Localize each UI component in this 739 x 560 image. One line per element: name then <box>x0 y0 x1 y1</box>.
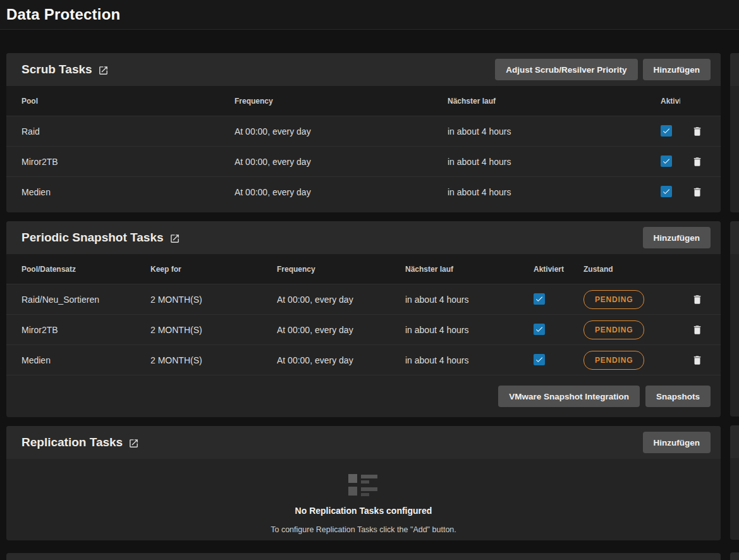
scrub-row-next-run: in about 4 hours <box>448 187 661 197</box>
table-row[interactable]: Raid/Neu_Sortieren 2 MONTH(S) At 00:00, … <box>6 284 721 314</box>
periodic-snapshot-tasks-card: Periodic Snapshot Tasks Hinzufügen Pool/… <box>6 221 721 417</box>
enabled-checkbox[interactable] <box>661 125 672 137</box>
open-in-new-icon[interactable] <box>169 233 180 244</box>
empty-tasks-icon <box>348 473 379 498</box>
snap-row-dataset: Medien <box>21 355 150 365</box>
open-in-new-icon[interactable] <box>128 438 139 449</box>
scrub-row-frequency: At 00:00, every day <box>235 187 448 197</box>
trash-icon <box>692 324 703 336</box>
scrub-col-next-run: Nächster lauf <box>448 97 661 106</box>
snap-col-keep: Keep for <box>150 265 277 274</box>
scrub-col-frequency: Frequency <box>235 97 448 106</box>
page-title: Data Protection <box>6 6 120 23</box>
scrub-row-frequency: At 00:00, every day <box>235 157 448 167</box>
snap-col-dataset: Pool/Datensatz <box>21 265 150 274</box>
delete-button[interactable] <box>690 353 704 368</box>
snap-row-keep: 2 MONTH(S) <box>150 355 277 365</box>
snap-row-frequency: At 00:00, every day <box>277 355 405 365</box>
empty-state-title: No Replication Tasks configured <box>295 506 432 516</box>
delete-button[interactable] <box>690 292 704 307</box>
scrub-col-enabled: Aktiviert <box>661 97 680 106</box>
table-row[interactable]: Medien 2 MONTH(S) At 00:00, every day in… <box>6 344 721 375</box>
delete-button[interactable] <box>690 185 704 200</box>
snapshot-card-title-link[interactable]: Periodic Snapshot Tasks <box>21 231 180 245</box>
enabled-checkbox[interactable] <box>661 186 672 197</box>
snap-row-next-run: in about 4 hours <box>405 355 534 365</box>
snapshot-header-actions: Hinzufügen <box>643 227 711 248</box>
scrub-row-next-run: in about 4 hours <box>448 126 661 137</box>
clipped-card-right-4 <box>730 552 739 560</box>
page-header: Data Protection <box>0 0 739 30</box>
table-row[interactable]: Raid At 00:00, every day in about 4 hour… <box>6 116 721 146</box>
scrub-card-title-link[interactable]: Scrub Tasks <box>21 63 109 76</box>
clipped-card-right-3 <box>730 425 739 540</box>
enabled-checkbox[interactable] <box>661 155 672 167</box>
trash-icon <box>692 155 703 168</box>
scrub-header-actions: Adjust Scrub/Resilver Priority Hinzufüge… <box>495 59 711 80</box>
delete-button[interactable] <box>690 154 704 169</box>
snap-row-next-run: in about 4 hours <box>405 325 534 335</box>
card-bottom-padding <box>6 207 721 212</box>
snapshot-card-header: Periodic Snapshot Tasks Hinzufügen <box>6 221 721 254</box>
snap-col-enabled: Aktiviert <box>534 265 583 274</box>
scrub-row-pool: Raid <box>21 126 235 137</box>
main-column: Scrub Tasks Adjust Scrub/Resilver Priori… <box>6 53 721 560</box>
scrub-card-header: Scrub Tasks Adjust Scrub/Resilver Priori… <box>6 53 721 86</box>
replication-card-title: Replication Tasks <box>21 435 123 449</box>
replication-header-actions: Hinzufügen <box>643 432 711 453</box>
open-in-new-icon[interactable] <box>98 65 109 76</box>
state-badge[interactable]: PENDING <box>583 351 644 370</box>
snap-col-frequency: Frequency <box>277 265 405 274</box>
table-row[interactable]: Miror2TB At 00:00, every day in about 4 … <box>6 146 721 176</box>
scrub-tasks-card: Scrub Tasks Adjust Scrub/Resilver Priori… <box>6 53 721 212</box>
trash-icon <box>692 293 703 306</box>
snapshot-card-footer: VMware Snapshot Integration Snapshots <box>6 375 721 417</box>
enabled-checkbox[interactable] <box>534 324 545 335</box>
snap-row-frequency: At 00:00, every day <box>277 325 405 335</box>
replication-tasks-card: Replication Tasks Hinzufügen <box>6 426 721 540</box>
clipped-card-below <box>6 553 721 560</box>
scrub-card-title: Scrub Tasks <box>21 63 92 76</box>
scrub-row-pool: Miror2TB <box>21 157 235 167</box>
snap-row-dataset: Miror2TB <box>21 325 150 335</box>
empty-state-hint: To configure Replication Tasks click the… <box>271 525 456 534</box>
scrub-table-header: Pool Frequency Nächster lauf Aktiviert <box>6 86 721 116</box>
scrub-row-frequency: At 00:00, every day <box>235 126 448 137</box>
replication-empty-state: No Replication Tasks configured To confi… <box>6 459 721 540</box>
content-area: Scrub Tasks Adjust Scrub/Resilver Priori… <box>0 30 739 560</box>
snap-row-dataset: Raid/Neu_Sortieren <box>21 295 150 305</box>
snap-row-keep: 2 MONTH(S) <box>150 295 277 305</box>
scrub-col-pool: Pool <box>21 97 235 106</box>
replication-add-button[interactable]: Hinzufügen <box>643 432 711 453</box>
scrub-row-pool: Medien <box>21 187 235 197</box>
enabled-checkbox[interactable] <box>534 293 545 305</box>
adjust-scrub-priority-button[interactable]: Adjust Scrub/Resilver Priority <box>495 59 637 80</box>
clipped-card-right-2 <box>730 221 739 417</box>
enabled-checkbox[interactable] <box>534 354 545 365</box>
snapshot-table-header: Pool/Datensatz Keep for Frequency Nächst… <box>6 254 721 284</box>
state-badge[interactable]: PENDING <box>583 320 644 339</box>
clipped-card-right-1 <box>730 53 739 212</box>
snap-row-keep: 2 MONTH(S) <box>150 325 277 335</box>
snap-row-next-run: in about 4 hours <box>405 295 534 305</box>
state-badge[interactable]: PENDING <box>583 290 644 309</box>
scrub-row-next-run: in about 4 hours <box>448 157 661 167</box>
replication-card-title-link[interactable]: Replication Tasks <box>21 435 139 449</box>
snap-col-state: Zustand <box>583 265 680 274</box>
delete-button[interactable] <box>690 322 704 338</box>
snap-row-frequency: At 00:00, every day <box>277 295 405 305</box>
snapshot-card-title: Periodic Snapshot Tasks <box>21 231 164 245</box>
clipped-right-column <box>730 53 739 560</box>
vmware-snapshot-integration-button[interactable]: VMware Snapshot Integration <box>498 386 640 407</box>
trash-icon <box>692 125 703 138</box>
replication-card-header: Replication Tasks Hinzufügen <box>6 426 721 459</box>
table-row[interactable]: Medien At 00:00, every day in about 4 ho… <box>6 176 721 207</box>
table-row[interactable]: Miror2TB 2 MONTH(S) At 00:00, every day … <box>6 314 721 344</box>
snap-col-next-run: Nächster lauf <box>405 265 534 274</box>
trash-icon <box>692 186 703 198</box>
scrub-add-button[interactable]: Hinzufügen <box>643 59 711 80</box>
snapshots-button[interactable]: Snapshots <box>645 386 711 407</box>
trash-icon <box>692 354 703 367</box>
delete-button[interactable] <box>690 124 704 139</box>
snapshot-add-button[interactable]: Hinzufügen <box>643 227 711 248</box>
